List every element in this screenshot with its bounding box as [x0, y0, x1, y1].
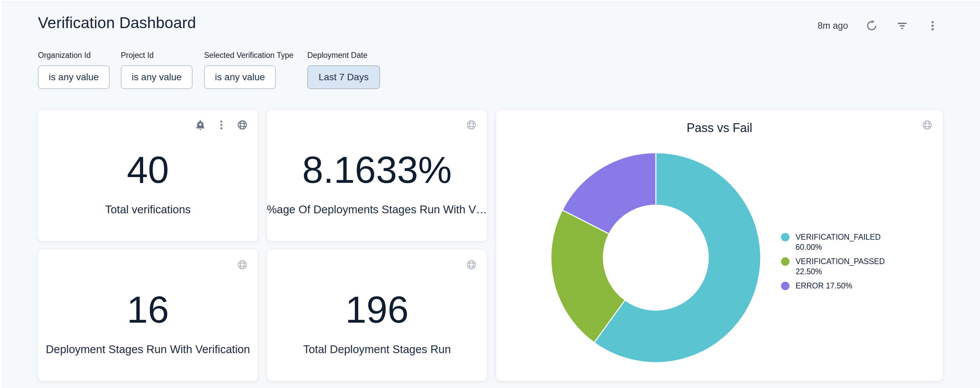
filter-project-id-value[interactable]: is any value: [121, 65, 192, 89]
donut-chart[interactable]: [546, 148, 765, 367]
legend-swatch: [781, 233, 789, 241]
legend-swatch: [781, 282, 789, 290]
tile-total-verifications: 40 Total verifications: [38, 110, 258, 241]
kpi-value: 196: [345, 291, 409, 329]
kpi-value: 8.1633%: [302, 151, 452, 189]
legend-swatch: [781, 257, 789, 266]
refresh-icon: [865, 20, 878, 32]
legend-item-error[interactable]: ERROR 17.50%: [781, 281, 940, 291]
tile-total-deployment-stages-run: 196 Total Deployment Stages Run: [267, 250, 487, 381]
filter-organization-id-value[interactable]: is any value: [38, 65, 110, 89]
kpi-label: %age Of Deployments Stages Run With V…: [267, 203, 487, 216]
filter-verification-type-value[interactable]: is any value: [204, 65, 276, 89]
filter-label: Project Id: [121, 51, 192, 60]
dashboard-menu-button[interactable]: [926, 19, 939, 32]
kpi-label: Total Deployment Stages Run: [303, 343, 451, 356]
filter-verification-type: Selected Verification Type is any value: [204, 51, 293, 89]
legend-label: VERIFICATION_PASSED 22.50%: [795, 256, 900, 276]
page-title: Verification Dashboard: [38, 14, 196, 32]
kebab-menu-icon: [926, 20, 939, 32]
tile-timezone-button[interactable]: [921, 119, 933, 131]
chart-legend: VERIFICATION_FAILED 60.00% VERIFICATION_…: [781, 232, 940, 295]
kpi-value: 40: [127, 151, 169, 189]
legend-label: ERROR 17.50%: [795, 281, 852, 291]
last-refreshed-label: 8m ago: [818, 21, 848, 31]
filter-label: Deployment Date: [307, 51, 380, 60]
kpi-label: Deployment Stages Run With Verification: [46, 343, 250, 356]
filter-deployment-date: Deployment Date Last 7 Days: [307, 51, 380, 89]
filter-organization-id: Organization Id is any value: [38, 51, 110, 89]
filter-label: Selected Verification Type: [204, 51, 293, 60]
chart-title: Pass vs Fail: [496, 121, 943, 135]
refresh-button[interactable]: [865, 19, 878, 32]
tile-percentage-stages-with-verification: 8.1633% %age Of Deployments Stages Run W…: [267, 110, 487, 241]
kpi-value: 16: [127, 291, 169, 329]
filter-project-id: Project Id is any value: [121, 51, 192, 89]
tile-stages-run-with-verification: 16 Deployment Stages Run With Verificati…: [38, 250, 258, 381]
globe-icon: [921, 119, 933, 131]
tile-pass-vs-fail-chart: Pass vs Fail VERIFICATION_FAILED 60.00% …: [496, 110, 943, 381]
legend-label: VERIFICATION_FAILED 60.00%: [795, 232, 900, 252]
kpi-label: Total verifications: [105, 203, 191, 216]
legend-item-verification-passed[interactable]: VERIFICATION_PASSED 22.50%: [781, 256, 940, 276]
filters-toggle-button[interactable]: [896, 19, 909, 32]
legend-item-verification-failed[interactable]: VERIFICATION_FAILED 60.00%: [781, 232, 940, 252]
filter-label: Organization Id: [38, 51, 110, 60]
header-actions: 8m ago: [818, 19, 939, 32]
filter-deployment-date-value[interactable]: Last 7 Days: [307, 65, 380, 89]
filter-list-icon: [896, 20, 908, 32]
